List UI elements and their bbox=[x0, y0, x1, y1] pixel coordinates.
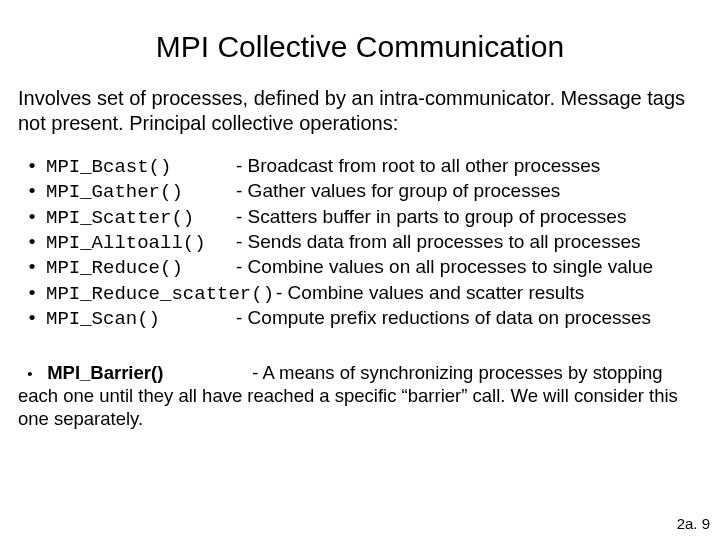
list-item: • MPI_Bcast() - Broadcast from root to a… bbox=[18, 154, 702, 179]
function-name: MPI_Gather() bbox=[46, 180, 236, 204]
function-desc: - Gather values for group of processes bbox=[236, 179, 560, 203]
slide-title: MPI Collective Communication bbox=[18, 30, 702, 64]
bullet-icon: • bbox=[18, 230, 46, 254]
barrier-paragraph: • MPI_Barrier() - A means of synchronizi… bbox=[18, 361, 702, 430]
intro-text: Involves set of processes, defined by an… bbox=[18, 86, 702, 136]
function-desc: - Compute prefix reductions of data on p… bbox=[236, 306, 651, 330]
function-desc: - Combine values on all processes to sin… bbox=[236, 255, 653, 279]
function-desc: - Combine values and scatter results bbox=[276, 281, 584, 305]
list-item: • MPI_Reduce() - Combine values on all p… bbox=[18, 255, 702, 280]
function-name: MPI_Reduce_scatter() bbox=[46, 282, 276, 306]
bullet-icon: • bbox=[18, 179, 46, 203]
bullet-icon: • bbox=[18, 281, 46, 305]
function-name: MPI_Reduce() bbox=[46, 256, 236, 280]
barrier-desc-rest: each one until they all have reached a s… bbox=[18, 385, 678, 429]
bullet-icon: • bbox=[18, 306, 46, 330]
bullet-icon: • bbox=[18, 154, 46, 178]
list-item: • MPI_Scatter() - Scatters buffer in par… bbox=[18, 205, 702, 230]
function-list: • MPI_Bcast() - Broadcast from root to a… bbox=[18, 154, 702, 331]
list-item: • MPI_Gather() - Gather values for group… bbox=[18, 179, 702, 204]
function-name: MPI_Scan() bbox=[46, 307, 236, 331]
function-name: MPI_Alltoall() bbox=[46, 231, 236, 255]
function-desc: - Sends data from all processes to all p… bbox=[236, 230, 640, 254]
barrier-desc-lead: - A means of synchronizing processes by … bbox=[252, 362, 662, 383]
list-item: • MPI_Reduce_scatter() - Combine values … bbox=[18, 281, 702, 306]
bullet-icon: • bbox=[18, 365, 42, 384]
page-number: 2a. 9 bbox=[677, 515, 710, 532]
function-name: MPI_Bcast() bbox=[46, 155, 236, 179]
bullet-icon: • bbox=[18, 205, 46, 229]
function-desc: - Scatters buffer in parts to group of p… bbox=[236, 205, 626, 229]
function-desc: - Broadcast from root to all other proce… bbox=[236, 154, 600, 178]
list-item: • MPI_Alltoall() - Sends data from all p… bbox=[18, 230, 702, 255]
bullet-icon: • bbox=[18, 255, 46, 279]
function-name: MPI_Scatter() bbox=[46, 206, 236, 230]
barrier-function-name: MPI_Barrier() bbox=[47, 361, 247, 384]
list-item: • MPI_Scan() - Compute prefix reductions… bbox=[18, 306, 702, 331]
